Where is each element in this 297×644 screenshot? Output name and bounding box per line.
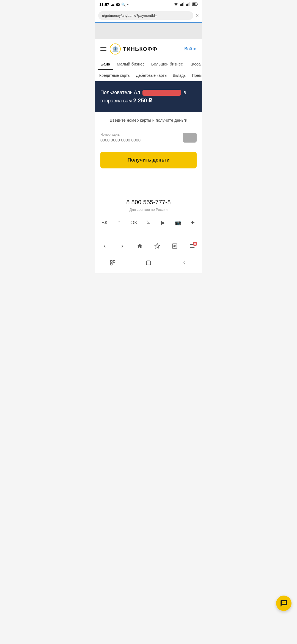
system-home-button[interactable] [142,257,155,269]
recents-icon [110,260,116,266]
svg-rect-4 [186,4,187,6]
svg-rect-9 [197,4,198,5]
system-back-icon [182,260,187,266]
menu-notification-badge: H [193,242,197,246]
signal-icon [180,2,185,7]
redacted-name [142,90,181,96]
tab-kassa[interactable]: Касса New [187,59,202,70]
subnav-debit[interactable]: Дебетовые карты [136,73,167,78]
card-field-inner: Номер карты [100,133,180,143]
facebook-icon[interactable]: f [115,218,123,227]
home-icon [137,243,143,249]
browser-bar: u/getmoney/anybank/?paymentId= × [95,9,202,23]
card-icon [183,133,197,143]
svg-rect-6 [188,3,189,6]
telegram-icon[interactable]: ✈ [189,218,197,227]
svg-rect-21 [147,261,151,265]
forward-button[interactable]: › [116,241,128,251]
system-back-button[interactable] [178,257,190,269]
nav-tabs: Банк Малый бизнес Большой бизнес Касса N… [95,59,202,70]
get-money-button[interactable]: Получить деньги [100,152,197,168]
subnav-credit[interactable]: Кредитные карты [99,73,130,78]
status-bar: 11:57 ☁ 🖼 🔍 • [95,0,202,9]
battery-icon [192,2,198,7]
hero-text: Пользователь Ал в отправил вам 2 250 ₽ [100,89,197,105]
login-button[interactable]: Войти [184,47,197,51]
signal2-icon [186,2,191,7]
card-field-label: Номер карты [100,133,180,137]
hero-amount: 2 250 ₽ [133,97,152,103]
vk-icon[interactable]: ВК [100,218,108,227]
dot-icon: • [127,2,129,7]
site-header: 🏦 ТИНЬКОФФ Войти [95,39,202,59]
header-left: 🏦 ТИНЬКОФФ [100,43,157,54]
youtube-icon[interactable]: ▶ [159,218,167,227]
hamburger-menu[interactable] [100,47,106,51]
svg-rect-2 [182,3,183,6]
new-badge: New [202,62,202,66]
spacer [95,174,202,190]
svg-rect-5 [187,4,188,6]
search-status-icon: 🔍 [121,2,126,7]
logo-area[interactable]: 🏦 ТИНЬКОФФ [110,43,157,54]
svg-rect-17 [190,247,195,248]
tinkoff-logo-icon: 🏦 [110,43,121,54]
subnav-premium[interactable]: Премиум [192,73,202,78]
form-section: Введите номер карты и получите деньги Но… [95,112,202,174]
system-home-icon [146,260,151,266]
card-field-wrapper: Номер карты [100,129,197,146]
svg-marker-13 [155,244,160,248]
svg-rect-18 [111,261,112,263]
main-content: 🏦 ТИНЬКОФФ Войти Банк Малый бизнес Больш… [95,39,202,238]
form-intro: Введите номер карты и получите деньги [100,118,197,122]
svg-rect-20 [111,263,112,265]
star-icon [154,243,160,249]
hamburger-line [100,47,106,48]
wifi-icon [174,2,178,7]
svg-rect-0 [180,4,181,6]
subnav-deposits[interactable]: Вклады [173,73,186,78]
card-number-input[interactable] [100,138,180,142]
footer: 8 800 555-777-8 Для звонков по России ВК… [95,190,202,238]
instagram-icon[interactable]: 📷 [174,218,182,227]
svg-rect-7 [189,2,190,6]
status-right [174,2,198,7]
hero-section: Пользователь Ал в отправил вам 2 250 ₽ [95,81,202,112]
status-time: 11:57 [99,2,109,7]
hamburger-line [100,50,106,51]
footer-phone-desc: Для звонков по России [100,208,197,212]
svg-rect-19 [113,261,115,263]
ad-banner [95,23,202,39]
social-icons: ВК f ОК 𝕏 ▶ 📷 ✈ [100,218,197,227]
tabs-count: 33 [173,245,176,247]
browser-url[interactable]: u/getmoney/anybank/?paymentId= [98,11,193,20]
odnoklassniki-icon[interactable]: ОК [130,218,138,227]
hero-line2: в [183,90,186,95]
svg-text:🏦: 🏦 [112,46,119,52]
system-recents-button[interactable] [107,257,119,269]
svg-rect-3 [183,2,184,6]
status-left: 11:57 ☁ 🖼 🔍 • [99,2,128,7]
svg-rect-10 [193,3,196,5]
back-button[interactable]: ‹ [99,241,111,251]
twitter-icon[interactable]: 𝕏 [144,218,152,227]
hero-line1: Пользователь Ал [100,90,140,95]
svg-rect-1 [181,4,182,6]
sub-nav: Кредитные карты Дебетовые карты Вклады П… [95,70,202,81]
bookmarks-button[interactable] [151,241,163,251]
tabs-button[interactable]: 33 [169,241,181,251]
tab-small-business[interactable]: Малый бизнес [114,59,147,70]
hero-line3: отправил вам [100,98,132,103]
close-icon[interactable]: × [196,12,199,19]
system-nav [95,254,202,273]
home-button[interactable] [134,241,146,251]
logo-text: ТИНЬКОФФ [123,46,157,52]
hamburger-line [100,49,106,49]
tab-big-business[interactable]: Большой бизнес [148,59,186,70]
tab-bank[interactable]: Банк [98,59,113,70]
image-icon: 🖼 [116,2,120,7]
footer-phone[interactable]: 8 800 555-777-8 [100,199,197,206]
browser-bottom-nav: ‹ › 33 H [95,238,202,254]
menu-button[interactable]: H [186,241,198,251]
cloud-icon: ☁ [111,2,114,7]
